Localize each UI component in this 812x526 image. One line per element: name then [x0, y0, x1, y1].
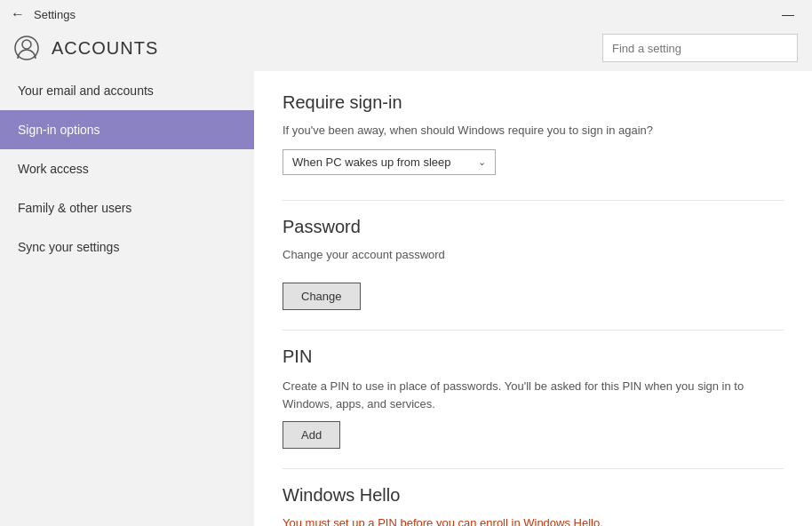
title-bar: ← Settings —: [0, 0, 812, 28]
windows-hello-section: Windows Hello You must set up a PIN befo…: [283, 485, 784, 526]
separator-1: [283, 200, 784, 201]
sidebar-item-sign-in-options[interactable]: Sign-in options: [0, 110, 254, 149]
add-pin-button[interactable]: Add: [283, 421, 340, 449]
search-input[interactable]: [602, 34, 798, 62]
title-bar-title: Settings: [34, 8, 76, 21]
require-signin-description: If you've been away, when should Windows…: [283, 124, 784, 137]
sidebar-item-sync-settings[interactable]: Sync your settings: [0, 227, 254, 267]
pin-title: PIN: [283, 347, 784, 367]
password-description: Change your account password: [283, 248, 784, 261]
require-signin-dropdown[interactable]: When PC wakes up from sleep ⌄: [283, 149, 496, 175]
sidebar-item-family-other[interactable]: Family & other users: [0, 188, 254, 227]
separator-3: [283, 468, 784, 469]
require-signin-section: Require sign-in If you've been away, whe…: [283, 92, 784, 175]
header: ACCOUNTS: [0, 28, 812, 71]
windows-hello-warning: You must set up a PIN before you can enr…: [283, 516, 784, 526]
pin-section: PIN Create a PIN to use in place of pass…: [283, 347, 784, 449]
accounts-icon: [14, 36, 39, 60]
title-bar-left: ← Settings: [11, 6, 76, 22]
pin-description: Create a PIN to use in place of password…: [283, 378, 784, 412]
page-title: ACCOUNTS: [52, 38, 158, 59]
separator-2: [283, 330, 784, 331]
password-title: Password: [283, 217, 784, 237]
sidebar-item-your-email[interactable]: Your email and accounts: [0, 71, 254, 110]
back-button[interactable]: ←: [11, 6, 25, 22]
change-password-button[interactable]: Change: [283, 283, 361, 310]
sidebar-item-work-access[interactable]: Work access: [0, 149, 254, 188]
password-section: Password Change your account password Ch…: [283, 217, 784, 310]
main-layout: Your email and accounts Sign-in options …: [0, 71, 812, 526]
require-signin-title: Require sign-in: [283, 92, 784, 113]
content-area: Require sign-in If you've been away, whe…: [254, 71, 812, 526]
svg-point-0: [22, 40, 31, 49]
windows-hello-title: Windows Hello: [283, 485, 784, 506]
minimize-button[interactable]: —: [775, 7, 801, 21]
chevron-down-icon: ⌄: [478, 156, 486, 168]
sidebar: Your email and accounts Sign-in options …: [0, 71, 254, 526]
dropdown-value: When PC wakes up from sleep: [292, 155, 450, 169]
